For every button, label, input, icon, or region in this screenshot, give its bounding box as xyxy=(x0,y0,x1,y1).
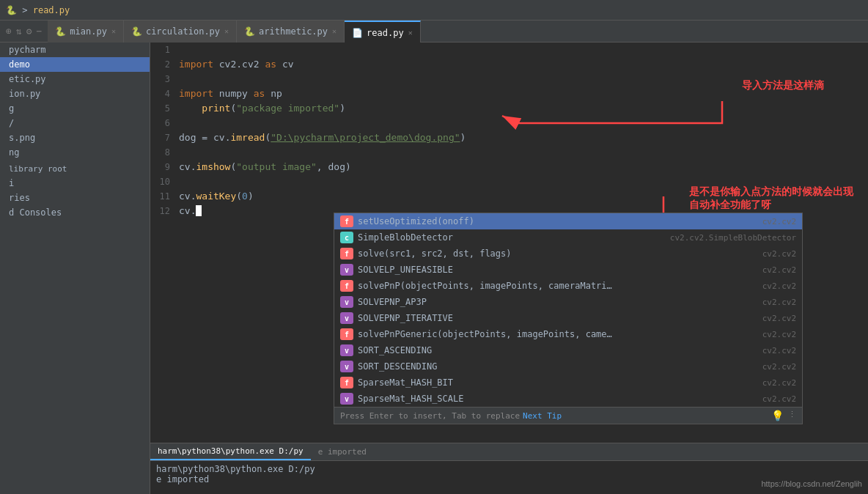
code-line-7: 7 dog = cv.imread("D:\pycharm\project_de… xyxy=(150,130,868,145)
autocomplete-icon-v: v xyxy=(340,361,353,372)
sidebar-item-consoles[interactable]: d Consoles xyxy=(0,205,150,220)
sidebar-item-ng[interactable]: ng xyxy=(0,145,150,160)
autocomplete-name: SimpleBlobDetector xyxy=(358,232,670,243)
sidebar-item-png[interactable]: s.png xyxy=(0,130,150,145)
sidebar-item-ion[interactable]: ion.py xyxy=(0,86,150,101)
code-line-1: 1 xyxy=(150,43,868,57)
gear-icon[interactable]: ⚙ xyxy=(26,26,32,37)
autocomplete-item-3[interactable]: v SOLVELP_UNFEASIBLE cv2.cv2 xyxy=(334,262,802,278)
autocomplete-name: SORT_DESCENDING xyxy=(358,361,762,372)
sync-icon[interactable]: ⊕ xyxy=(6,26,12,37)
terminal-tabs: harm\python38\python.exe D:/py e importe… xyxy=(150,443,868,461)
footer-press-text: Press Enter to insert, Tab to replace xyxy=(340,411,520,421)
autocomplete-name: SORT_ASCENDING xyxy=(358,345,762,355)
autocomplete-source: cv2.cv2 xyxy=(762,281,796,291)
autocomplete-item-6[interactable]: v SOLVEPNP_ITERATIVE cv2.cv2 xyxy=(334,310,802,326)
code-line-8: 8 xyxy=(150,145,868,160)
code-line-3: 3 xyxy=(150,72,868,86)
autocomplete-item-4[interactable]: f solvePnP(objectPoints, imagePoints, ca… xyxy=(334,278,802,294)
autocomplete-item-9[interactable]: v SORT_DESCENDING cv2.cv2 xyxy=(334,358,802,375)
tab-bar: ⊕ ⇅ ⚙ − 🐍 mian.py ✕ 🐍 circulation.py ✕ 🐍… xyxy=(0,21,868,43)
autocomplete-source: cv2.cv2 xyxy=(762,330,796,339)
tab-label: circulation.py xyxy=(146,26,220,37)
autocomplete-source: cv2.cv2 xyxy=(762,362,796,372)
autocomplete-item-10[interactable]: f SparseMat_HASH_BIT cv2.cv2 xyxy=(334,375,802,391)
terminal-bar: harm\python38\python.exe D:/py e importe… xyxy=(150,443,868,494)
autocomplete-name: SOLVEPNP_AP3P xyxy=(358,297,762,307)
autocomplete-source: cv2.cv2.SimpleBlobDetector xyxy=(670,233,796,243)
code-line-6: 6 xyxy=(150,116,868,130)
editor-area: 1 2 import cv2.cv2 as cv 3 4 import nump… xyxy=(150,43,868,494)
autocomplete-item-8[interactable]: v SORT_ASCENDING cv2.cv2 xyxy=(334,342,802,358)
autocomplete-item-2[interactable]: f solve(src1, src2, dst, flags) cv2.cv2 xyxy=(334,246,802,262)
code-line-2: 2 import cv2.cv2 as cv xyxy=(150,57,868,72)
autocomplete-item-5[interactable]: v SOLVEPNP_AP3P cv2.cv2 xyxy=(334,294,802,310)
autocomplete-source: cv2.cv2 xyxy=(762,378,796,388)
footer-next-tip[interactable]: Next Tip xyxy=(523,411,562,421)
tab-bar-icons: ⊕ ⇅ ⚙ − xyxy=(6,26,42,37)
autocomplete-icon-v: v xyxy=(340,344,353,356)
sidebar-item-g[interactable]: g xyxy=(0,101,150,116)
terminal-line-1: harm\python38\python.exe D:/py xyxy=(156,464,862,474)
more-icon[interactable]: ⋮ xyxy=(788,410,796,421)
code-lines: 1 2 import cv2.cv2 as cv 3 4 import nump… xyxy=(150,43,868,218)
split-icon[interactable]: ⇅ xyxy=(16,26,22,37)
code-line-10: 10 xyxy=(150,174,868,189)
autocomplete-icon-f: f xyxy=(340,280,353,292)
autocomplete-icon-v: v xyxy=(340,312,353,324)
autocomplete-source: cv2.cv2 xyxy=(762,217,796,226)
autocomplete-icon-v: v xyxy=(340,264,353,276)
autocomplete-name: solvePnPGeneric(objectPoints, imagePoint… xyxy=(358,329,762,339)
code-line-11: 11 cv.waitKey(0) xyxy=(150,189,868,204)
autocomplete-item-1[interactable]: c SimpleBlobDetector cv2.cv2.SimpleBlobD… xyxy=(334,229,802,246)
lightbulb-icon[interactable]: 💡 xyxy=(771,410,784,421)
tab-mian[interactable]: 🐍 mian.py ✕ xyxy=(48,21,124,43)
minimize-icon[interactable]: − xyxy=(36,26,42,37)
title-bar: 🐍 > read.py xyxy=(0,0,868,21)
sidebar-item-demo[interactable]: demo xyxy=(0,57,150,72)
autocomplete-icon-f: f xyxy=(340,377,353,388)
autocomplete-item-0[interactable]: f setUseOptimized(onoff) cv2.cv2 xyxy=(334,213,802,229)
tab-arithmetic[interactable]: 🐍 arithmetic.py ✕ xyxy=(237,21,345,43)
autocomplete-name: SOLVEPNP_ITERATIVE xyxy=(358,313,762,323)
tab-read[interactable]: 📄 read.py ✕ xyxy=(345,21,421,43)
autocomplete-name: solve(src1, src2, dst, flags) xyxy=(358,248,762,259)
sidebar: pycharm demo etic.py ion.py g / s.png ng… xyxy=(0,43,150,494)
tab-label-active: read.py xyxy=(367,28,404,38)
sidebar-item-slash[interactable]: / xyxy=(0,116,150,130)
tab-close[interactable]: ✕ xyxy=(332,27,336,35)
autocomplete-item-7[interactable]: f solvePnPGeneric(objectPoints, imagePoi… xyxy=(334,326,802,342)
tab-close[interactable]: ✕ xyxy=(408,29,413,37)
tab-label: mian.py xyxy=(70,26,107,37)
tab-circulation[interactable]: 🐍 circulation.py ✕ xyxy=(124,21,237,43)
autocomplete-name: setUseOptimized(onoff) xyxy=(358,216,762,226)
tab-close[interactable]: ✕ xyxy=(111,27,116,35)
tab-file-icon: 🐍 xyxy=(244,26,255,37)
tab-close[interactable]: ✕ xyxy=(224,27,229,35)
autocomplete-source: cv2.cv2 xyxy=(762,249,796,259)
sidebar-item-i[interactable]: i xyxy=(0,176,150,191)
terminal-tab-run[interactable]: harm\python38\python.exe D:/py xyxy=(150,443,311,460)
autocomplete-icon-c: c xyxy=(340,232,353,243)
tab-file-icon: 🐍 xyxy=(131,26,142,37)
autocomplete-footer: Press Enter to insert, Tab to replace Ne… xyxy=(334,407,802,424)
autocomplete-icon-v: v xyxy=(340,393,353,405)
autocomplete-icon-f: f xyxy=(340,215,353,227)
sidebar-item-ries[interactable]: ries xyxy=(0,191,150,205)
autocomplete-item-11[interactable]: v SparseMat_HASH_SCALE cv2.cv2 xyxy=(334,391,802,407)
tab-file-icon: 🐍 xyxy=(55,26,66,37)
autocomplete-source: cv2.cv2 xyxy=(762,314,796,323)
code-editor[interactable]: 1 2 import cv2.cv2 as cv 3 4 import nump… xyxy=(150,43,868,494)
tab-file-icon-active: 📄 xyxy=(352,28,363,38)
code-line-4: 4 import numpy as np xyxy=(150,86,868,101)
terminal-content: harm\python38\python.exe D:/py e importe… xyxy=(150,461,868,487)
sidebar-item-etic[interactable]: etic.py xyxy=(0,72,150,86)
sidebar-item-pycharm[interactable]: pycharm xyxy=(0,43,150,57)
autocomplete-source: cv2.cv2 xyxy=(762,394,796,404)
autocomplete-dropdown[interactable]: f setUseOptimized(onoff) cv2.cv2 c Simpl… xyxy=(334,213,803,424)
autocomplete-source: cv2.cv2 xyxy=(762,346,796,355)
terminal-tab-imported[interactable]: e imported xyxy=(311,443,374,460)
autocomplete-name: SparseMat_HASH_SCALE xyxy=(358,394,762,404)
tab-label: arithmetic.py xyxy=(259,26,328,37)
code-line-5: 5 print("package imported") xyxy=(150,101,868,116)
